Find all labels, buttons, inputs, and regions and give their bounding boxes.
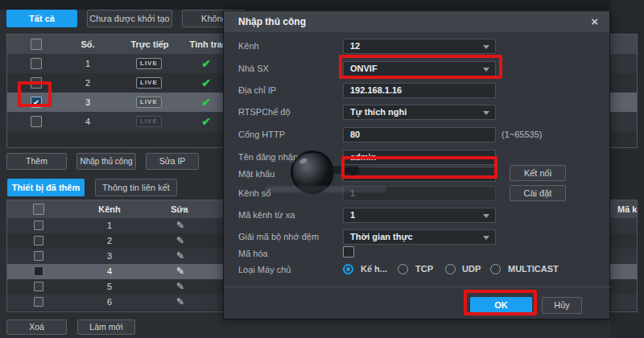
row-checkbox[interactable]: [34, 297, 43, 307]
row-checkbox-checked[interactable]: ✔: [31, 97, 42, 108]
field-value: 1: [350, 188, 355, 198]
dropdown-arrow-icon: [483, 214, 489, 218]
field-row-ip: Địa chỉ IP 192.168.1.16: [224, 83, 611, 99]
row-checkbox[interactable]: [31, 58, 42, 69]
field-label: Kênh số: [238, 186, 270, 201]
tab-added-devices[interactable]: Thiết bị đã thêm: [7, 179, 85, 196]
field-label: Kênh: [238, 39, 259, 54]
live-badge: LIVE: [136, 97, 162, 108]
dialog-separator: [224, 286, 611, 287]
channel-number: 6: [85, 295, 134, 310]
channel-number: 5: [85, 279, 134, 295]
radio-label: UDP: [462, 262, 481, 276]
ok-button[interactable]: OK: [470, 297, 532, 314]
rtsp-mode-select[interactable]: Tự thích nghi: [343, 105, 496, 120]
refresh-button[interactable]: Làm mới: [77, 319, 135, 335]
edit-pencil-icon[interactable]: ✎: [168, 279, 192, 295]
edit-pencil-icon[interactable]: ✎: [168, 218, 192, 233]
live-badge: LIVE: [136, 77, 162, 89]
http-port-input[interactable]: 80: [343, 127, 496, 142]
modify-ip-button[interactable]: Sửa IP: [146, 153, 199, 170]
field-row-rtsp-mode: RTSPChế độ Tự thích nghi: [224, 105, 611, 121]
field-label: Địa chỉ IP: [238, 83, 276, 98]
edit-pencil-icon[interactable]: ✎: [168, 249, 192, 264]
select-all-checkbox[interactable]: [33, 204, 44, 215]
field-value: 80: [350, 130, 360, 139]
dropdown-arrow-icon: [483, 236, 489, 240]
radio-multicast[interactable]: [490, 264, 501, 274]
close-icon[interactable]: ×: [591, 11, 598, 32]
column-header-number: Số.: [72, 35, 104, 54]
device-number: 3: [72, 93, 104, 112]
row-checkbox[interactable]: [31, 77, 42, 89]
connect-button[interactable]: Kết nối: [510, 165, 566, 181]
field-value: 192.168.1.16: [350, 85, 402, 95]
device-number: 4: [72, 112, 104, 131]
remote-channel-select[interactable]: 1: [343, 208, 496, 223]
edit-pencil-icon[interactable]: ✎: [168, 264, 192, 279]
decode-buffer-select[interactable]: Thời gian thực: [343, 229, 496, 245]
manual-add-button[interactable]: Nhập thủ công: [76, 153, 136, 170]
field-label: RTSPChế độ: [238, 105, 291, 120]
field-label: Cổng HTTP: [238, 127, 285, 142]
field-row-encryption: Mã hóa: [224, 246, 611, 262]
channel-number: 3: [85, 249, 134, 264]
dropdown-arrow-icon: [483, 68, 489, 72]
radio-label: Kế h...: [361, 262, 387, 276]
dialog-titlebar: Nhập thủ công ×: [224, 11, 609, 32]
row-checkbox[interactable]: [34, 236, 43, 245]
device-number: 1: [72, 54, 104, 73]
row-checkbox[interactable]: [34, 282, 43, 291]
port-range-hint: (1~65535): [502, 127, 542, 142]
add-button[interactable]: Thêm: [6, 153, 67, 170]
field-row-server-type: Loại Máy chủ Kế h... TCP UDP MULTICAST: [224, 262, 611, 278]
dialog-title: Nhập thủ công: [238, 16, 306, 27]
device-number: 2: [72, 73, 104, 93]
field-label: Nhà SX: [238, 61, 269, 76]
field-value: admin: [350, 152, 376, 162]
edit-pencil-icon[interactable]: ✎: [168, 233, 192, 249]
row-checkbox[interactable]: [34, 251, 43, 261]
channel-select[interactable]: 12: [343, 39, 496, 54]
field-value: 12: [350, 41, 360, 51]
status-ok-icon: ✔: [194, 93, 218, 112]
tab-all-devices[interactable]: Tất cả: [6, 10, 77, 27]
column-header-live: Trực tiếp: [122, 35, 178, 54]
top-window-strip: [0, 0, 644, 10]
column-header-remote: Mã k: [617, 200, 644, 218]
username-input[interactable]: admin: [343, 150, 496, 165]
manufacturer-select[interactable]: ONVIF: [343, 61, 496, 76]
status-ok-icon: ✔: [194, 112, 218, 131]
status-ok-icon: ✔: [194, 54, 218, 73]
row-checkbox[interactable]: [34, 221, 43, 230]
radio-tcp[interactable]: [398, 264, 408, 274]
radio-auto[interactable]: [343, 264, 353, 274]
field-row-http-port: Cổng HTTP 80 (1~65535): [224, 127, 611, 143]
field-value: ONVIF: [350, 64, 378, 73]
setting-button[interactable]: Cài đặt: [510, 185, 566, 201]
ip-address-input[interactable]: 192.168.1.16: [343, 83, 496, 98]
delete-button[interactable]: Xoá: [6, 319, 67, 335]
field-label: Loại Máy chủ: [238, 262, 291, 278]
channel-number: 2: [85, 233, 134, 249]
select-all-checkbox[interactable]: [31, 39, 42, 50]
field-label: Mã hóa: [238, 246, 268, 262]
status-ok-icon: ✔: [194, 73, 218, 93]
row-checkbox[interactable]: [34, 266, 43, 276]
dropdown-arrow-icon: [483, 111, 489, 115]
live-badge: LIVE: [136, 116, 162, 127]
radio-udp[interactable]: [445, 264, 456, 274]
field-label: Mã kênh từ xa: [238, 208, 295, 223]
encryption-checkbox[interactable]: [343, 246, 354, 258]
tab-uninitialized[interactable]: Chưa được khởi tạo: [87, 10, 172, 27]
field-label: Mật khẩu: [238, 167, 275, 182]
nvr-camera-registration-screen: Tất cả Chưa được khởi tạo Không Số. Trực…: [0, 0, 644, 338]
row-checkbox[interactable]: [31, 116, 42, 127]
cancel-button[interactable]: Hủy: [542, 297, 582, 314]
tab-linked-info[interactable]: Thông tin liên kết: [95, 179, 177, 196]
edit-pencil-icon[interactable]: ✎: [168, 295, 192, 310]
field-row-channel: Kênh 12: [224, 39, 611, 55]
column-header-edit: Sửa: [155, 200, 204, 218]
password-input[interactable]: [343, 167, 496, 182]
channel-number: 1: [85, 218, 134, 233]
